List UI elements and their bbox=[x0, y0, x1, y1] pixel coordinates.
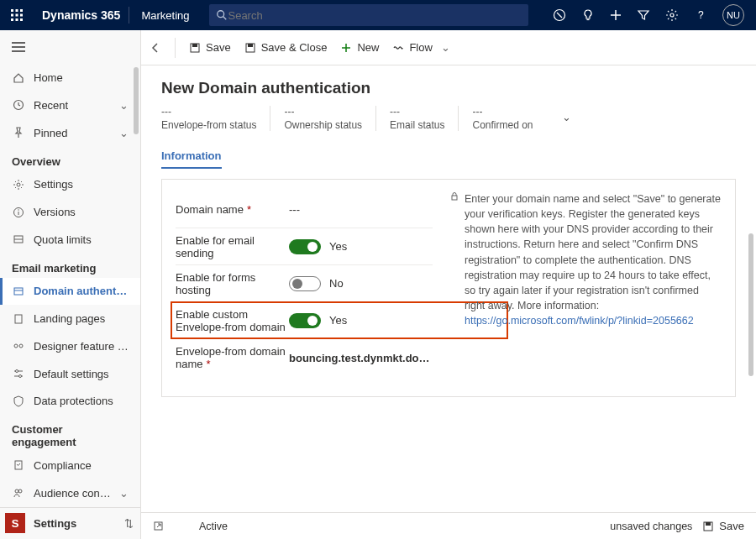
field-domain-name[interactable]: Domain name* --- bbox=[176, 191, 433, 228]
sidebar-item-compliance[interactable]: Compliance bbox=[0, 452, 140, 479]
svg-point-15 bbox=[670, 13, 674, 17]
flow-button[interactable]: Flow⌄ bbox=[392, 41, 449, 54]
chevron-down-icon: ⌄ bbox=[441, 41, 450, 54]
sidebar: Home Recent⌄ Pinned⌄ Overview Settings V… bbox=[0, 30, 141, 539]
footer-save-button[interactable]: Save bbox=[702, 520, 744, 532]
tab-strip: Information bbox=[161, 146, 736, 169]
svg-rect-7 bbox=[16, 18, 18, 21]
chevron-down-icon: ⌄ bbox=[119, 99, 129, 112]
toggle-custom-envelope[interactable] bbox=[289, 313, 321, 328]
toggle-email-sending[interactable] bbox=[289, 239, 321, 254]
help-panel: Enter your domain name and select "Save"… bbox=[449, 191, 722, 385]
back-button[interactable] bbox=[150, 42, 161, 54]
svg-rect-27 bbox=[14, 288, 23, 295]
required-marker: * bbox=[207, 358, 211, 370]
page-title: New Domain authentication bbox=[161, 79, 736, 97]
sidebar-item-audience[interactable]: Audience configur…⌄ bbox=[0, 479, 140, 507]
footer-bar: Active unsaved changes Save bbox=[141, 512, 756, 539]
unsaved-indicator: unsaved changes bbox=[610, 521, 692, 532]
lightbulb-icon[interactable] bbox=[581, 8, 595, 22]
domain-icon bbox=[12, 285, 25, 298]
section-overview: Overview bbox=[0, 147, 140, 171]
svg-rect-6 bbox=[11, 18, 13, 21]
content-scrollbar[interactable] bbox=[748, 233, 753, 376]
toggle-forms-hosting[interactable] bbox=[289, 276, 321, 291]
required-marker: * bbox=[247, 203, 251, 216]
info-icon bbox=[12, 206, 25, 219]
gear-icon bbox=[12, 178, 25, 191]
assistant-icon[interactable] bbox=[553, 8, 566, 22]
cmdbar-divider bbox=[175, 38, 176, 58]
field-forms-hosting[interactable]: Enable for forms hosting No bbox=[176, 265, 433, 302]
field-email-sending[interactable]: Enable for email sending Yes bbox=[176, 228, 433, 265]
svg-rect-42 bbox=[248, 44, 253, 47]
content-area: Save Save & Close New Flow⌄ New Domain a… bbox=[141, 30, 756, 539]
help-link[interactable]: https://go.microsoft.com/fwlink/p/?linki… bbox=[465, 315, 694, 327]
form-area: Domain name* --- Enable for email sendin… bbox=[161, 179, 736, 397]
sidebar-item-default-settings[interactable]: Default settings bbox=[0, 360, 140, 388]
help-icon[interactable]: ? bbox=[694, 8, 707, 22]
sidebar-item-recent[interactable]: Recent⌄ bbox=[0, 92, 140, 119]
field-custom-envelope[interactable]: Enable custom Envelope-from domain Yes bbox=[176, 302, 433, 339]
sidebar-item-landing[interactable]: Landing pages bbox=[0, 305, 140, 332]
chevron-down-icon: ⌄ bbox=[119, 127, 129, 139]
shield-icon bbox=[12, 395, 25, 408]
new-button[interactable]: New bbox=[340, 41, 379, 54]
sidebar-item-settings[interactable]: Settings bbox=[0, 171, 140, 199]
svg-point-31 bbox=[19, 344, 23, 348]
sidebar-item-data-protections[interactable]: Data protections bbox=[0, 387, 140, 415]
filter-icon[interactable] bbox=[637, 8, 650, 22]
app-launcher[interactable] bbox=[0, 9, 34, 21]
audience-icon bbox=[12, 486, 25, 500]
tab-information[interactable]: Information bbox=[161, 146, 222, 169]
brand-label: Dynamics 365 bbox=[34, 8, 129, 22]
svg-point-35 bbox=[19, 375, 22, 378]
sidebar-item-quota[interactable]: Quota limits bbox=[0, 226, 140, 254]
user-avatar[interactable]: NU bbox=[722, 4, 744, 26]
svg-point-9 bbox=[218, 11, 224, 18]
svg-point-24 bbox=[18, 209, 18, 210]
summary-expand[interactable]: ⌄ bbox=[547, 106, 571, 123]
sidebar-toggle[interactable] bbox=[0, 30, 140, 64]
gear-icon[interactable] bbox=[665, 8, 679, 22]
svg-rect-4 bbox=[16, 14, 18, 17]
command-bar: Save Save & Close New Flow⌄ bbox=[141, 30, 756, 65]
global-search[interactable] bbox=[209, 4, 528, 26]
area-badge: S bbox=[5, 513, 25, 533]
area-label: Settings bbox=[25, 517, 124, 530]
svg-rect-29 bbox=[15, 315, 22, 323]
svg-point-34 bbox=[16, 370, 18, 373]
svg-rect-3 bbox=[11, 14, 13, 17]
svg-text:?: ? bbox=[698, 9, 704, 21]
sidebar-item-pinned[interactable]: Pinned⌄ bbox=[0, 119, 140, 147]
sidebar-scrollbar[interactable] bbox=[134, 67, 139, 134]
svg-rect-8 bbox=[20, 18, 23, 21]
sidebar-area-switcher[interactable]: S Settings ⇅ bbox=[0, 507, 140, 539]
compliance-icon bbox=[12, 458, 25, 472]
save-button[interactable]: Save bbox=[189, 41, 231, 54]
svg-rect-0 bbox=[11, 9, 13, 12]
svg-rect-2 bbox=[20, 9, 23, 12]
search-input[interactable] bbox=[228, 9, 522, 22]
svg-rect-5 bbox=[20, 14, 23, 17]
popout-icon[interactable] bbox=[153, 521, 164, 531]
record-status: Active bbox=[199, 521, 228, 532]
add-icon[interactable] bbox=[610, 9, 622, 21]
record-summary: ---Envelope-from status ---Ownership sta… bbox=[161, 106, 736, 131]
svg-rect-45 bbox=[452, 196, 457, 200]
sidebar-item-home[interactable]: Home bbox=[0, 64, 140, 92]
svg-rect-40 bbox=[192, 44, 197, 47]
sidebar-item-versions[interactable]: Versions bbox=[0, 198, 140, 226]
chevron-down-icon: ⌄ bbox=[119, 487, 129, 500]
field-envelope-domain[interactable]: Envelope-from domain name* bouncing.test… bbox=[176, 339, 433, 376]
pin-icon bbox=[12, 126, 25, 139]
svg-line-10 bbox=[223, 17, 227, 20]
sidebar-item-designer[interactable]: Designer feature … bbox=[0, 332, 140, 360]
lock-icon bbox=[449, 191, 459, 201]
sidebar-item-domain-auth[interactable]: Domain authentic… bbox=[0, 278, 140, 306]
module-label[interactable]: Marketing bbox=[129, 9, 201, 22]
save-close-button[interactable]: Save & Close bbox=[244, 41, 328, 54]
search-icon bbox=[216, 9, 228, 21]
sliders-icon bbox=[12, 367, 25, 380]
updown-icon: ⇅ bbox=[124, 517, 140, 530]
